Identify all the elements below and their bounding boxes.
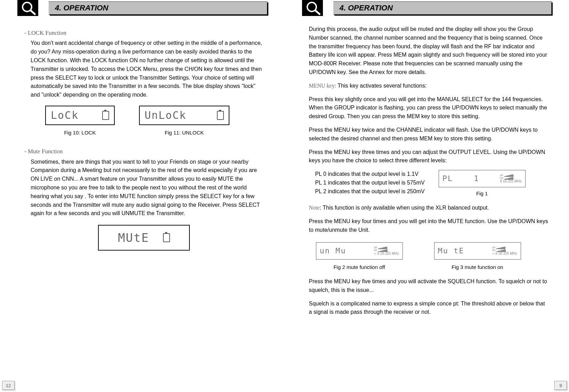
fig11: UnLoCk Fig 11: UNLOCK	[139, 106, 229, 137]
menu-key-line: MENU key: This key activates several fun…	[309, 82, 548, 90]
fig11-text: UnLoCk	[145, 107, 186, 124]
note-body: : This function is only available when u…	[320, 205, 489, 211]
meters-icon: AF ▂▃▄▅▆ RF ▂▃▄▅▆ ✂ 8 16.325 MHz	[374, 246, 399, 255]
meters-icon: AF ▂▃▄▅▆ RF ▂▃▄▅▆ 8 16.325 MHz	[500, 174, 521, 183]
right-p4: Press the MENU key three times and you c…	[309, 148, 548, 165]
lock-heading: - LOCK Function	[24, 28, 264, 38]
mute-lcd-text: MUtE	[118, 229, 149, 247]
menu-key-label: MENU key:	[309, 83, 336, 89]
fig2-text: un Mu	[320, 245, 346, 257]
left-header: 4. OPERATION	[17, 1, 267, 15]
fig11-lcd: UnLoCk	[139, 106, 229, 125]
fig3: Mu tE AF ▂▃▄▅▆ RF ▂▃▄▅▆ ✂ 8 16.325 MHz F…	[434, 242, 521, 271]
fig1-caption: Fig 1	[439, 189, 526, 197]
right-p3: Press the MENU key twice and the CHANNEL…	[309, 126, 548, 143]
right-p1: During this process, the audio output wi…	[309, 25, 548, 77]
magnifier-icon	[302, 0, 333, 16]
fig3-caption: Fig 3 mute function on	[434, 263, 521, 271]
fig10: LoCk Fig 10: LOCK	[45, 106, 115, 137]
pl2: PL 2 indicates that the output level is …	[315, 187, 425, 196]
fig10-caption: Fig 10: LOCK	[45, 129, 115, 137]
left-header-title: 4. OPERATION	[55, 3, 108, 13]
page-num-right: 9	[554, 381, 567, 390]
mute-body: Sometimes, there are things that you wan…	[24, 158, 264, 218]
left-page: 4. OPERATION - LOCK Function You don't w…	[0, 0, 285, 392]
battery-icon	[217, 111, 224, 120]
right-header-title: 4. OPERATION	[340, 3, 393, 13]
fig1: PL 1 AF ▂▃▄▅▆ RF ▂▃▄▅▆ 8 16.325 MHz Fig …	[439, 170, 526, 197]
right-header: 4. OPERATION	[302, 1, 552, 15]
right-p2: Press this key slightly once and you wil…	[309, 95, 548, 121]
mute-lcd: MUtE	[98, 225, 190, 251]
pl1: PL 1 indicates that the output level is …	[315, 179, 425, 187]
note-line: Note: This function is only available wh…	[309, 204, 548, 212]
right-page: 4. OPERATION During this process, the au…	[285, 0, 569, 392]
battery-icon	[102, 111, 109, 120]
fig10-text: LoCk	[51, 107, 79, 124]
fig2-caption: Fig 2 mute function off	[316, 263, 403, 271]
right-p7: Squelch is a complicated name to express…	[309, 300, 548, 317]
lock-body: You don't want accidental change of freq…	[24, 39, 264, 99]
magnifier-icon	[17, 0, 49, 16]
fig10-lcd: LoCk	[45, 106, 115, 125]
fig1-right: 1	[474, 173, 479, 185]
fig3-lcd: Mu tE AF ▂▃▄▅▆ RF ▂▃▄▅▆ ✂ 8 16.325 MHz	[434, 242, 521, 260]
battery-icon	[163, 233, 170, 242]
mute-heading: - Mute Function	[24, 147, 264, 156]
fig11-caption: Fig 11: UNLOCK	[139, 129, 229, 137]
pl-section: PL 0 indicates that the output level is …	[309, 170, 548, 197]
fig1-left: PL	[442, 173, 453, 185]
fig3-text: Mu tE	[438, 245, 464, 257]
page-num-left: 12	[2, 381, 15, 390]
fig2-lcd: un Mu AF ▂▃▄▅▆ RF ▂▃▄▅▆ ✂ 8 16.325 MHz	[316, 242, 403, 260]
meters-icon: AF ▂▃▄▅▆ RF ▂▃▄▅▆ ✂ 8 16.325 MHz	[492, 246, 517, 255]
right-p5: Press the MENU key four times and you wi…	[309, 217, 548, 235]
menu-key-intro: This key activates several functions:	[336, 83, 426, 89]
fig1-lcd: PL 1 AF ▂▃▄▅▆ RF ▂▃▄▅▆ 8 16.325 MHz	[439, 170, 526, 187]
fig2: un Mu AF ▂▃▄▅▆ RF ▂▃▄▅▆ ✂ 8 16.325 MHz F…	[316, 242, 403, 271]
right-p6: Press the MENU key five times and you wi…	[309, 277, 548, 295]
note-label: Note	[309, 205, 320, 211]
pl0: PL 0 indicates that the output level is …	[315, 170, 425, 179]
